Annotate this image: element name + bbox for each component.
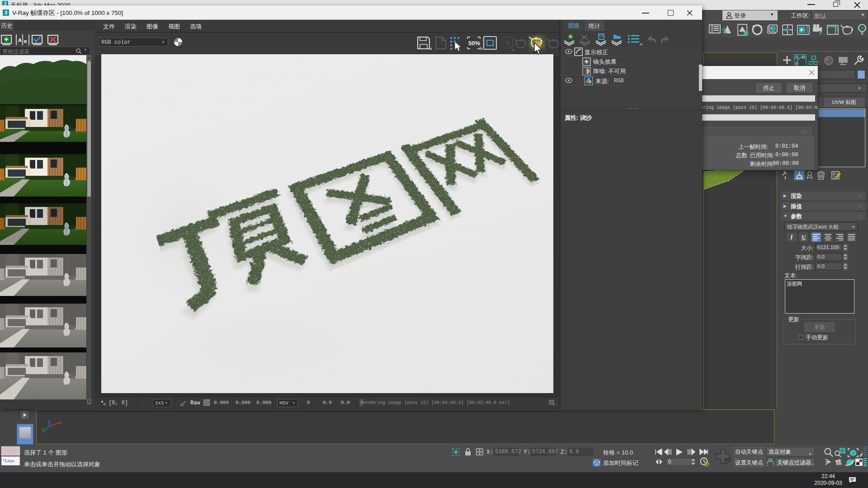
svg-text:U: U xyxy=(802,234,806,240)
svg-text:B: B xyxy=(24,39,27,44)
svg-text:50%: 50% xyxy=(468,40,480,47)
svg-text:A: A xyxy=(18,38,22,43)
svg-text:I: I xyxy=(790,234,793,241)
